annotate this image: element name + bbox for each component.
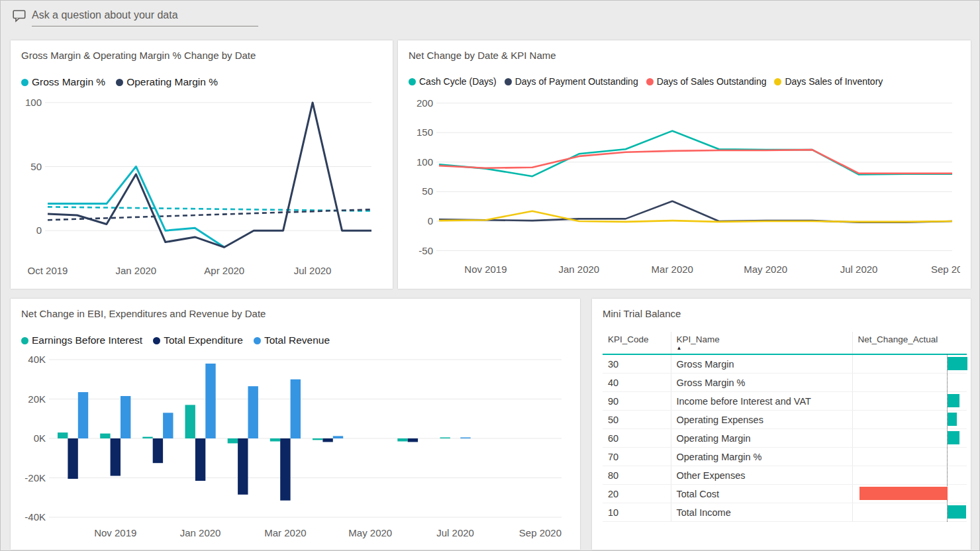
kpi-code-cell: 20: [603, 485, 671, 503]
panel-mini-trial-balance: Mini Trial Balance KPI_CodeKPI_Name▲Net_…: [592, 299, 971, 550]
svg-text:Nov 2019: Nov 2019: [94, 527, 136, 538]
svg-text:0: 0: [428, 215, 433, 226]
qna-placeholder: Ask a question about your data: [32, 9, 178, 21]
table-title: Mini Trial Balance: [603, 308, 960, 320]
net-change-actual-cell: [852, 411, 967, 429]
positive-data-bar: [948, 505, 966, 519]
svg-text:Jan 2020: Jan 2020: [180, 527, 221, 538]
net-change-actual-cell: [852, 374, 967, 392]
negative-data-bar: [859, 487, 948, 500]
mini-trial-balance-table: KPI_CodeKPI_Name▲Net_Change_Actual 30Gro…: [603, 332, 967, 522]
svg-text:Mar 2020: Mar 2020: [652, 264, 693, 275]
legend-item-operating-margin[interactable]: Operating Margin %: [116, 76, 218, 88]
qna-bar: Ask a question about your data: [13, 9, 258, 26]
chart-title: Net Change by Date & KPI Name: [409, 50, 960, 62]
kpi-name-cell: Gross Margin %: [671, 374, 852, 392]
kpi-name-cell: Income before Interest and VAT: [671, 392, 852, 411]
ebi-bar-chart[interactable]: -40K-20K0K20K40KNov 2019Jan 2020Mar 2020…: [21, 350, 569, 542]
sort-ascending-icon: ▲: [677, 346, 852, 351]
svg-text:100: 100: [25, 97, 42, 108]
legend-item-gross-margin[interactable]: Gross Margin %: [21, 76, 105, 88]
positive-data-bar: [948, 357, 967, 370]
svg-text:May 2020: May 2020: [348, 527, 392, 538]
legend-label: Cash Cycle (Days): [419, 76, 497, 87]
kpi-name-cell: Operating Expenses: [671, 411, 852, 429]
svg-text:-20K: -20K: [24, 472, 46, 483]
net-change-actual-cell: [852, 448, 967, 466]
kpi-code-cell: 80: [603, 466, 671, 485]
table-row-gross-margin[interactable]: 40Gross Margin %: [603, 374, 967, 392]
svg-text:-50: -50: [418, 245, 433, 256]
data-bar-axis: [947, 373, 948, 392]
svg-text:0K: 0K: [34, 432, 46, 444]
svg-text:Jul 2020: Jul 2020: [436, 527, 474, 538]
legend: Cash Cycle (Days)Days of Payment Outstan…: [409, 76, 960, 87]
table-row-total-cost[interactable]: 20Total Cost: [603, 485, 967, 503]
chart-title: Net Change in EBI, Expenditures and Reve…: [21, 308, 569, 320]
legend-item-earnings-before-interest[interactable]: Earnings Before Interest: [21, 334, 142, 346]
kpi-code-cell: 40: [603, 374, 671, 392]
kpi-name-cell: Gross Margin: [671, 354, 852, 374]
svg-text:0: 0: [36, 225, 42, 236]
kpi-code-cell: 50: [603, 411, 671, 429]
kpi-name-cell: Operating Margin: [671, 429, 852, 448]
table-row-operating-margin[interactable]: 70Operating Margin %: [603, 448, 967, 466]
column-header-label: KPI_Name: [677, 334, 852, 344]
qna-input[interactable]: Ask a question about your data: [32, 9, 258, 26]
table-row-total-income[interactable]: 10Total Income: [603, 503, 967, 522]
legend-item-total-revenue[interactable]: Total Revenue: [254, 334, 330, 346]
svg-text:May 2020: May 2020: [744, 264, 787, 275]
svg-text:Nov 2019: Nov 2019: [464, 264, 507, 275]
table-row-other-expenses[interactable]: 80Other Expenses: [603, 466, 967, 485]
legend-item-total-expenditure[interactable]: Total Expenditure: [153, 334, 243, 346]
table-row-income-before-interest-and-vat[interactable]: 90Income before Interest and VAT: [603, 392, 967, 411]
table-row-operating-expenses[interactable]: 50Operating Expenses: [603, 411, 967, 429]
legend-dot: [646, 78, 654, 85]
svg-text:200: 200: [416, 97, 433, 109]
table-row-operating-margin[interactable]: 60Operating Margin: [603, 429, 967, 448]
svg-text:20K: 20K: [28, 393, 46, 405]
legend-item-days-of-payment-outstanding[interactable]: Days of Payment Outstanding: [505, 76, 638, 87]
kpi-code-cell: 90: [603, 392, 671, 411]
legend-label: Total Revenue: [264, 334, 330, 346]
legend-label: Earnings Before Interest: [32, 334, 142, 346]
kpi-line-chart[interactable]: -50050100150200Nov 2019Jan 2020Mar 2020M…: [409, 91, 960, 279]
kpi-name-cell: Operating Margin %: [671, 448, 852, 466]
svg-text:100: 100: [416, 156, 433, 168]
net-change-actual-cell: [852, 485, 967, 503]
kpi-code-cell: 70: [603, 448, 671, 466]
svg-text:Apr 2020: Apr 2020: [204, 265, 244, 276]
svg-text:Jul 2020: Jul 2020: [840, 264, 878, 275]
legend-label: Gross Margin %: [32, 76, 105, 88]
legend-dot: [153, 337, 160, 344]
legend-label: Days of Sales Outstanding: [657, 76, 767, 87]
net-change-actual-cell: [852, 392, 967, 411]
panel-ebi-expenditure-revenue: Net Change in EBI, Expenditures and Reve…: [11, 299, 580, 550]
legend: Earnings Before InterestTotal Expenditur…: [21, 334, 569, 346]
column-header-net-change-actual[interactable]: Net_Change_Actual: [852, 332, 967, 354]
net-change-actual-cell: [852, 354, 967, 374]
svg-text:Sep 2020: Sep 2020: [931, 264, 960, 275]
column-header-kpi-name[interactable]: KPI_Name▲: [671, 332, 852, 354]
kpi-code-cell: 10: [603, 503, 671, 522]
kpi-name-cell: Total Cost: [671, 485, 852, 503]
table-row-gross-margin[interactable]: 30Gross Margin: [603, 354, 967, 374]
legend-item-days-sales-of-inventory[interactable]: Days Sales of Inventory: [774, 76, 883, 87]
legend-item-cash-cycle-days[interactable]: Cash Cycle (Days): [409, 76, 497, 87]
legend-item-days-of-sales-outstanding[interactable]: Days of Sales Outstanding: [646, 76, 767, 87]
positive-data-bar: [948, 431, 959, 444]
column-header-kpi-code[interactable]: KPI_Code: [603, 332, 671, 354]
legend-dot: [409, 78, 416, 85]
column-header-label: KPI_Code: [608, 334, 671, 344]
legend-dot: [116, 79, 123, 86]
legend-label: Total Expenditure: [164, 334, 243, 346]
svg-text:Oct 2019: Oct 2019: [28, 265, 68, 276]
svg-text:Mar 2020: Mar 2020: [264, 527, 306, 538]
data-bar-axis: [947, 447, 948, 466]
net-change-actual-cell: [852, 466, 967, 485]
kpi-code-cell: 30: [603, 354, 671, 374]
svg-text:Jul 2020: Jul 2020: [294, 265, 332, 276]
margin-line-chart[interactable]: 050100Oct 2019Jan 2020Apr 2020Jul 2020: [21, 92, 382, 280]
positive-data-bar: [948, 413, 957, 426]
legend-label: Days Sales of Inventory: [785, 76, 883, 87]
